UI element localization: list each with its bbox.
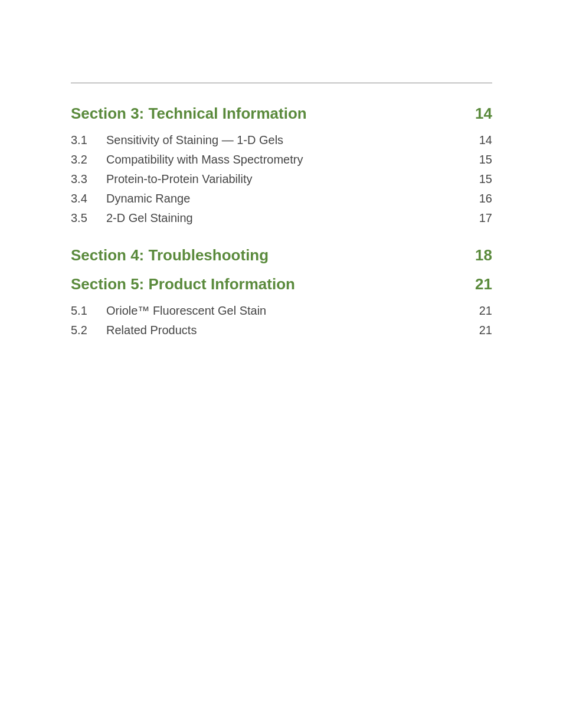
toc-entry-page: 17 [479,211,492,225]
section-page-section3: 14 [475,105,492,123]
toc-entry: 3.1Sensitivity of Staining — 1-D Gels14 [71,133,492,147]
toc-entry-label: Protein-to-Protein Variability [106,172,253,186]
toc-entry-number: 3.4 [71,192,90,205]
top-divider [71,83,492,83]
toc-entry-left: 3.4Dynamic Range [71,192,190,205]
toc-entry-left: 5.2Related Products [71,324,197,337]
toc-entry: 3.3Protein-to-Protein Variability15 [71,172,492,186]
toc-entry-number: 5.1 [71,304,90,318]
toc-entry-page: 15 [479,153,492,167]
section-header-section5: Section 5: Product Information21 [71,275,492,293]
section-title-section5: Section 5: Product Information [71,275,295,293]
toc-container: Section 3: Technical Information143.1Sen… [71,105,492,337]
toc-entry-page: 16 [479,192,492,205]
toc-entry-label: Compatibility with Mass Spectrometry [106,153,303,167]
toc-entry: 5.2Related Products21 [71,324,492,337]
toc-entry-left: 3.1Sensitivity of Staining — 1-D Gels [71,133,283,147]
toc-entry-page: 15 [479,172,492,186]
section-header-section4: Section 4: Troubleshooting18 [71,246,492,265]
toc-entry-label: Related Products [106,324,197,337]
toc-entry-page: 21 [479,304,492,318]
toc-entry-number: 3.1 [71,133,90,147]
section-page-section5: 21 [475,275,492,293]
toc-entries-section5: 5.1Oriole™ Fluorescent Gel Stain215.2Rel… [71,304,492,337]
toc-entry-number: 3.3 [71,172,90,186]
section-title-section4: Section 4: Troubleshooting [71,246,269,265]
toc-entry-left: 3.3Protein-to-Protein Variability [71,172,253,186]
section-title-section3: Section 3: Technical Information [71,105,307,123]
toc-entry-number: 3.2 [71,153,90,167]
toc-entry: 3.4Dynamic Range16 [71,192,492,205]
toc-entry-left: 3.52-D Gel Staining [71,211,193,225]
toc-entry: 3.52-D Gel Staining17 [71,211,492,225]
toc-entries-section3: 3.1Sensitivity of Staining — 1-D Gels143… [71,133,492,225]
toc-entry: 3.2Compatibility with Mass Spectrometry1… [71,153,492,167]
toc-entry-page: 14 [479,133,492,147]
toc-entry-left: 3.2Compatibility with Mass Spectrometry [71,153,303,167]
section-header-section3: Section 3: Technical Information14 [71,105,492,123]
toc-entry-left: 5.1Oriole™ Fluorescent Gel Stain [71,304,266,318]
toc-entry-label: Oriole™ Fluorescent Gel Stain [106,304,266,318]
toc-entry: 5.1Oriole™ Fluorescent Gel Stain21 [71,304,492,318]
toc-entry-number: 3.5 [71,211,90,225]
toc-entry-page: 21 [479,324,492,337]
toc-entry-label: 2-D Gel Staining [106,211,193,225]
toc-entry-label: Sensitivity of Staining — 1-D Gels [106,133,283,147]
toc-entry-label: Dynamic Range [106,192,190,205]
toc-entry-number: 5.2 [71,324,90,337]
section-page-section4: 18 [475,246,492,265]
